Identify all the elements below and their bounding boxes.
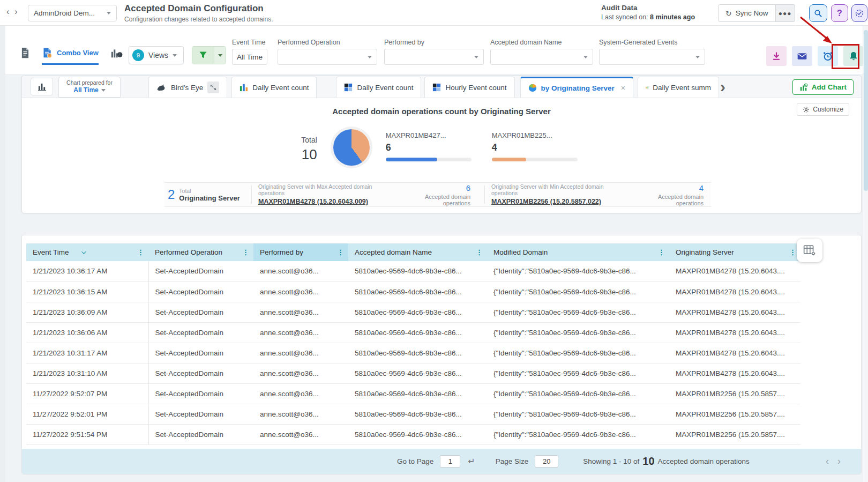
scheduled-tasks-button[interactable] xyxy=(851,4,867,22)
add-chart-button[interactable]: Add Chart xyxy=(792,79,854,95)
table-row[interactable]: 1/21/2023 10:36:17 AM Set-AcceptedDomain… xyxy=(26,261,800,281)
system-generated-events-filter-select[interactable] xyxy=(599,49,705,65)
column-menu-icon[interactable]: ⋮ xyxy=(476,248,483,256)
nav-back-button[interactable]: ‹ xyxy=(6,8,9,16)
column-header-modified-domain[interactable]: Modified Domain⋮ xyxy=(487,243,669,261)
more-options-button[interactable]: ●●● xyxy=(776,4,795,22)
table-row[interactable]: 11/27/2022 9:52:01 PM Set-AcceptedDomain… xyxy=(26,404,800,424)
table-row[interactable]: 11/27/2022 9:51:54 PM Set-AcceptedDomain… xyxy=(26,424,800,444)
page-size-input[interactable] xyxy=(535,455,558,468)
column-header-performed-by[interactable]: Performed by⋮ xyxy=(253,243,348,261)
event-time-filter-value[interactable]: All Time xyxy=(232,49,267,65)
views-count-badge: 9 xyxy=(132,49,144,61)
filter-button[interactable] xyxy=(192,46,226,64)
min-caption: Originating Server with Min Accepted dom… xyxy=(491,183,630,196)
nav-forward-button[interactable]: › xyxy=(14,8,17,16)
table-row[interactable]: 1/21/2023 10:31:17 AM Set-AcceptedDomain… xyxy=(26,343,800,363)
filter-toolbar: Combo View 9 Views Event Time All Time P… xyxy=(5,26,864,74)
tab-combo-view[interactable]: Combo View xyxy=(42,47,99,65)
cell-originating-server: MAXPR01MB4278 (15.20.6043.... xyxy=(669,322,800,343)
table-row[interactable]: 11/27/2022 9:52:07 PM Set-AcceptedDomain… xyxy=(26,383,800,404)
total-servers-value: 2 xyxy=(168,187,175,202)
column-header-accepted-domain-name[interactable]: Accepted domain Name⋮ xyxy=(348,243,487,261)
chart-prepared-for-selector[interactable]: Chart prepared for All Time xyxy=(58,77,121,98)
cell-accepted-domain-name: 5810a0ec-9569-4dc6-9b3e-c86... xyxy=(348,343,487,363)
cell-event-time: 11/27/2022 9:51:54 PM xyxy=(26,424,148,444)
cell-performed-operation: Set-AcceptedDomain xyxy=(148,302,253,322)
tab-report-view[interactable] xyxy=(20,47,30,63)
go-to-page-label: Go to Page xyxy=(397,457,433,465)
report-view-icon xyxy=(20,47,30,58)
tab-daily-event-summary[interactable]: Daily Event summ xyxy=(638,77,719,98)
cell-event-time: 1/21/2023 10:31:10 AM xyxy=(26,363,148,383)
table-row[interactable]: 1/21/2023 10:36:15 AM Set-AcceptedDomain… xyxy=(26,281,800,302)
performed-operation-filter-select[interactable] xyxy=(278,49,377,65)
tab-daily-event-count-1[interactable]: Daily Event count xyxy=(231,77,317,98)
filter-dropdown-toggle[interactable] xyxy=(214,47,226,64)
close-tab-icon[interactable]: × xyxy=(621,84,625,92)
cell-event-time: 11/27/2022 9:52:07 PM xyxy=(26,383,148,404)
column-settings-button[interactable] xyxy=(797,239,822,262)
export-download-button[interactable] xyxy=(766,46,787,66)
email-report-button[interactable] xyxy=(792,46,812,66)
tab-birds-eye[interactable]: Bird's Eye xyxy=(148,77,227,98)
performed-by-filter-select[interactable] xyxy=(384,49,484,65)
cell-originating-server: MAXPR01MB2256 (15.20.5857.... xyxy=(669,424,800,444)
column-header-originating-server[interactable]: Originating Server⋮ xyxy=(669,243,800,261)
bar-chart-icon xyxy=(38,82,47,91)
go-to-page-enter-icon[interactable]: ↵ xyxy=(468,456,475,466)
alert-bell-button[interactable] xyxy=(843,46,864,66)
table-row[interactable]: 1/21/2023 10:36:09 AM Set-AcceptedDomain… xyxy=(26,302,800,322)
cell-modified-domain: {"Identity":"5810a0ec-9569-4dc6-9b3e-c86… xyxy=(487,281,669,302)
column-header-performed-operation[interactable]: Performed Operation⋮ xyxy=(148,243,253,261)
alarm-clock-icon xyxy=(822,51,833,62)
table-row[interactable]: 1/21/2023 10:31:10 AM Set-AcceptedDomain… xyxy=(26,363,800,383)
views-dropdown-button[interactable]: 9 Views xyxy=(129,46,184,64)
previous-page-icon[interactable]: ‹ xyxy=(826,456,829,467)
max-server-link[interactable]: MAXPR01MB4278 (15.20.6043.009) xyxy=(258,198,368,205)
combo-view-label: Combo View xyxy=(57,49,99,57)
go-to-page-input[interactable] xyxy=(440,455,460,468)
min-server-link[interactable]: MAXPR01MB2256 (15.20.5857.022) xyxy=(491,198,601,205)
column-menu-icon[interactable]: ⋮ xyxy=(789,248,796,256)
workspace-selector[interactable]: AdminDroid Dem... xyxy=(28,5,117,21)
expand-icon[interactable] xyxy=(207,81,219,93)
scrollbar-thumb[interactable] xyxy=(864,30,868,191)
next-page-icon[interactable]: › xyxy=(837,456,841,467)
tab-daily-event-count-2[interactable]: Daily Event count xyxy=(336,77,421,98)
data-table-panel: Event Time⋮ Performed Operation⋮ Perform… xyxy=(21,235,862,474)
column-menu-icon[interactable]: ⋮ xyxy=(337,248,344,256)
cell-originating-server: MAXPR01MB4278 (15.20.6043.... xyxy=(669,302,800,322)
tab-chart-view[interactable] xyxy=(110,47,123,63)
sync-now-button[interactable]: ↻ Sync Now xyxy=(718,4,776,22)
download-icon xyxy=(771,51,782,62)
search-icon xyxy=(813,9,823,18)
column-header-event-time[interactable]: Event Time⋮ xyxy=(26,243,148,261)
cell-event-time: 1/21/2023 10:36:15 AM xyxy=(26,281,148,302)
pie-chart[interactable] xyxy=(333,129,370,166)
heatmap-icon xyxy=(432,83,441,92)
chart-panel: Chart prepared for All Time Bird's Eye D… xyxy=(21,75,862,213)
add-chart-icon xyxy=(799,83,808,92)
top-header: ‹ › AdminDroid Dem... Accepted Domain Co… xyxy=(0,0,868,26)
table-row[interactable]: 1/21/2023 10:36:06 AM Set-AcceptedDomain… xyxy=(26,322,800,343)
sort-descending-icon[interactable] xyxy=(81,249,86,254)
cell-performed-operation: Set-AcceptedDomain xyxy=(148,322,253,343)
vertical-scrollbar[interactable] xyxy=(863,26,868,482)
column-menu-icon[interactable]: ⋮ xyxy=(658,248,665,256)
tab-hourly-event-count[interactable]: Hourly Event count xyxy=(424,77,514,98)
schedule-report-button[interactable] xyxy=(818,46,838,66)
cell-event-time: 1/21/2023 10:36:09 AM xyxy=(26,302,148,322)
cell-performed-by: anne.scott@o36... xyxy=(253,261,348,281)
tabs-scroll-right-icon[interactable]: › xyxy=(720,80,725,93)
bell-icon xyxy=(848,51,859,62)
events-table: Event Time⋮ Performed Operation⋮ Perform… xyxy=(26,243,800,445)
chart-type-button[interactable] xyxy=(31,78,53,95)
tab-by-originating-server[interactable]: by Originating Server × xyxy=(520,77,633,98)
table-header-row: Event Time⋮ Performed Operation⋮ Perform… xyxy=(26,243,800,261)
column-menu-icon[interactable]: ⋮ xyxy=(242,248,249,256)
accepted-domain-name-filter-select[interactable] xyxy=(490,49,593,65)
search-button[interactable] xyxy=(809,4,827,22)
column-menu-icon[interactable]: ⋮ xyxy=(137,248,144,256)
help-button[interactable]: ? xyxy=(831,4,848,22)
